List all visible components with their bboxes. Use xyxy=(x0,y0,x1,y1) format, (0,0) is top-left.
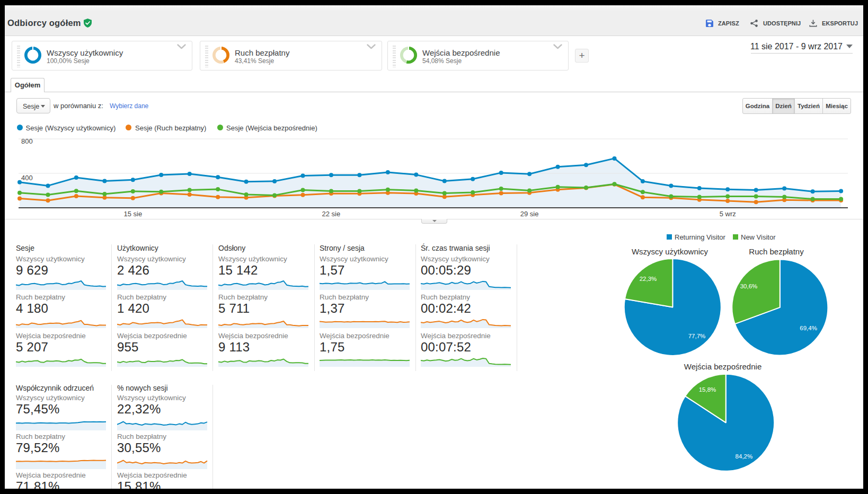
svg-text:22 sie: 22 sie xyxy=(322,210,341,218)
svg-text:15 sie: 15 sie xyxy=(123,210,142,218)
svg-text:29 sie: 29 sie xyxy=(520,210,539,218)
svg-text:400: 400 xyxy=(21,174,33,182)
svg-text:77,7%: 77,7% xyxy=(688,333,706,339)
svg-text:22,3%: 22,3% xyxy=(640,276,657,282)
svg-text:5 wrz: 5 wrz xyxy=(720,210,736,218)
svg-text:84,2%: 84,2% xyxy=(736,453,753,460)
svg-text:30,6%: 30,6% xyxy=(740,283,758,289)
svg-text:69,4%: 69,4% xyxy=(800,325,817,331)
svg-text:15,8%: 15,8% xyxy=(699,386,716,393)
svg-text:800: 800 xyxy=(21,137,33,145)
